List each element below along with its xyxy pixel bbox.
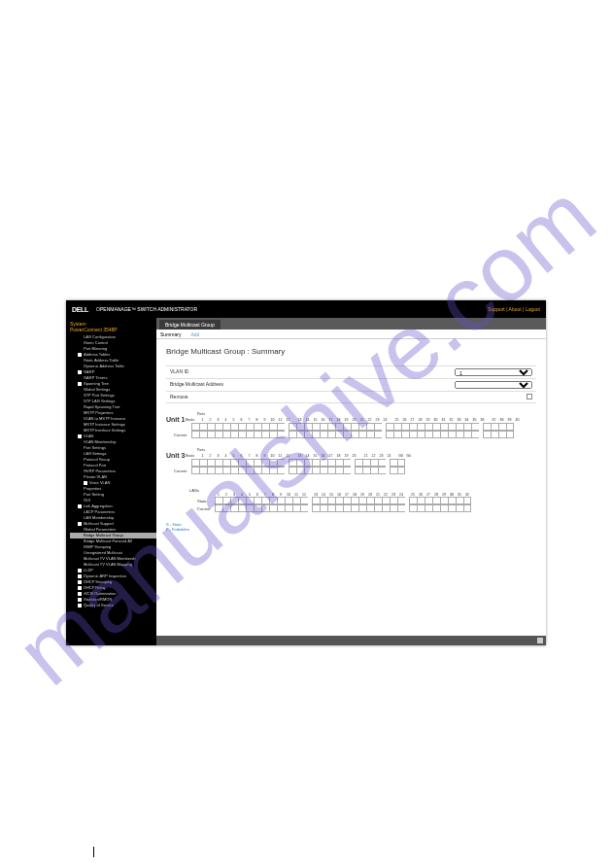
port-cell[interactable] xyxy=(456,423,463,431)
port-cell[interactable] xyxy=(448,497,456,504)
port-cell[interactable] xyxy=(312,431,320,438)
port-cell[interactable] xyxy=(374,423,382,431)
port-cell[interactable] xyxy=(448,431,456,438)
port-cell[interactable] xyxy=(432,504,440,512)
port-cell[interactable] xyxy=(409,497,417,504)
port-cell[interactable] xyxy=(312,423,320,431)
port-cell[interactable] xyxy=(320,431,327,438)
port-cell[interactable] xyxy=(312,504,320,512)
port-cell[interactable] xyxy=(366,497,374,504)
port-cell[interactable] xyxy=(362,467,370,474)
port-cell[interactable] xyxy=(370,467,378,474)
port-cell[interactable] xyxy=(269,423,277,431)
port-cell[interactable] xyxy=(425,431,432,438)
port-cell[interactable] xyxy=(254,504,261,512)
port-cell[interactable] xyxy=(269,459,277,467)
port-cell[interactable] xyxy=(491,423,498,431)
port-cell[interactable] xyxy=(230,497,238,504)
port-cell[interactable] xyxy=(483,423,491,431)
port-cell[interactable] xyxy=(401,423,409,431)
port-cell[interactable] xyxy=(296,459,304,467)
port-cell[interactable] xyxy=(215,467,222,474)
port-cell[interactable] xyxy=(343,497,351,504)
port-cell[interactable] xyxy=(261,431,269,438)
port-cell[interactable] xyxy=(191,459,199,467)
port-cell[interactable] xyxy=(463,497,471,504)
port-cell[interactable] xyxy=(506,423,514,431)
nav-item[interactable]: Quality of Service xyxy=(70,603,156,608)
port-cell[interactable] xyxy=(456,431,463,438)
port-cell[interactable] xyxy=(390,459,397,467)
port-cell[interactable] xyxy=(277,423,285,431)
port-cell[interactable] xyxy=(463,504,471,512)
remove-checkbox[interactable] xyxy=(527,394,532,399)
port-cell[interactable] xyxy=(386,431,393,438)
port-cell[interactable] xyxy=(366,423,374,431)
port-cell[interactable] xyxy=(312,497,320,504)
port-cell[interactable] xyxy=(238,459,246,467)
port-cell[interactable] xyxy=(277,431,285,438)
port-cell[interactable] xyxy=(230,504,238,512)
port-cell[interactable] xyxy=(471,431,479,438)
port-cell[interactable] xyxy=(448,423,456,431)
port-cell[interactable] xyxy=(246,431,254,438)
port-cell[interactable] xyxy=(277,497,285,504)
port-cell[interactable] xyxy=(222,497,230,504)
port-cell[interactable] xyxy=(320,423,327,431)
port-cell[interactable] xyxy=(498,431,506,438)
port-cell[interactable] xyxy=(440,497,448,504)
port-cell[interactable] xyxy=(320,467,327,474)
port-cell[interactable] xyxy=(215,497,222,504)
port-cell[interactable] xyxy=(207,459,215,467)
port-cell[interactable] xyxy=(327,497,335,504)
port-cell[interactable] xyxy=(358,423,366,431)
port-cell[interactable] xyxy=(335,431,343,438)
port-cell[interactable] xyxy=(238,497,246,504)
port-cell[interactable] xyxy=(320,497,327,504)
port-cell[interactable] xyxy=(425,423,432,431)
port-cell[interactable] xyxy=(222,423,230,431)
port-cell[interactable] xyxy=(222,459,230,467)
port-cell[interactable] xyxy=(397,459,405,467)
port-cell[interactable] xyxy=(327,459,335,467)
vlan-id-select[interactable]: 1 xyxy=(455,368,532,376)
port-cell[interactable] xyxy=(456,497,463,504)
port-cell[interactable] xyxy=(432,423,440,431)
port-cell[interactable] xyxy=(269,504,277,512)
port-cell[interactable] xyxy=(440,504,448,512)
port-cell[interactable] xyxy=(261,459,269,467)
port-cell[interactable] xyxy=(397,504,405,512)
port-cell[interactable] xyxy=(261,504,269,512)
port-cell[interactable] xyxy=(199,431,207,438)
port-cell[interactable] xyxy=(393,423,401,431)
port-cell[interactable] xyxy=(440,423,448,431)
port-cell[interactable] xyxy=(304,459,312,467)
port-cell[interactable] xyxy=(191,431,199,438)
port-cell[interactable] xyxy=(277,504,285,512)
port-cell[interactable] xyxy=(382,497,390,504)
port-cell[interactable] xyxy=(335,423,343,431)
port-cell[interactable] xyxy=(390,497,397,504)
port-cell[interactable] xyxy=(374,431,382,438)
port-cell[interactable] xyxy=(261,497,269,504)
port-cell[interactable] xyxy=(374,504,382,512)
port-cell[interactable] xyxy=(285,497,292,504)
port-cell[interactable] xyxy=(246,504,254,512)
port-cell[interactable] xyxy=(397,497,405,504)
port-cell[interactable] xyxy=(199,467,207,474)
port-cell[interactable] xyxy=(230,431,238,438)
port-cell[interactable] xyxy=(378,459,386,467)
port-cell[interactable] xyxy=(358,504,366,512)
port-cell[interactable] xyxy=(289,467,296,474)
port-cell[interactable] xyxy=(390,504,397,512)
port-cell[interactable] xyxy=(304,431,312,438)
port-cell[interactable] xyxy=(207,467,215,474)
port-cell[interactable] xyxy=(417,423,425,431)
port-cell[interactable] xyxy=(285,504,292,512)
port-cell[interactable] xyxy=(207,423,215,431)
port-cell[interactable] xyxy=(393,431,401,438)
port-cell[interactable] xyxy=(277,459,285,467)
port-cell[interactable] xyxy=(432,497,440,504)
port-cell[interactable] xyxy=(456,504,463,512)
port-cell[interactable] xyxy=(491,431,498,438)
